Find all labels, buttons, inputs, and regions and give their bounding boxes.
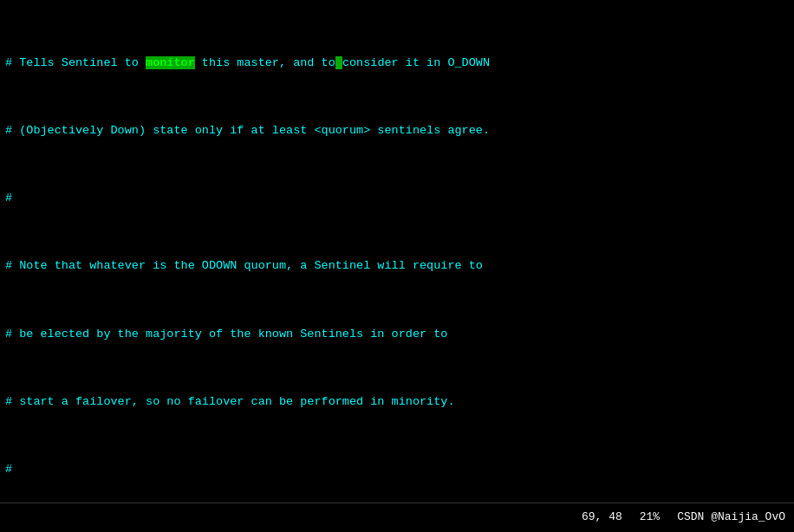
line-6: # start a failover, so no failover can b… <box>5 393 789 411</box>
csdn-brand: CSDN @Naijia_OvO <box>677 509 785 526</box>
scroll-percent: 21% <box>640 509 660 526</box>
line-3: # <box>5 190 789 207</box>
status-bar: 69, 48 21% CSDN @Naijia_OvO <box>0 503 794 532</box>
line-2: # (Objectively Down) state only if at le… <box>5 122 789 139</box>
status-right-area: 69, 48 21% CSDN @Naijia_OvO <box>582 509 785 526</box>
line-4: # Note that whatever is the ODOWN quorum… <box>5 257 789 275</box>
line-5: # be elected by the majority of the know… <box>5 326 789 343</box>
highlight-monitor-1: monitor <box>146 56 195 69</box>
code-editor: # Tells Sentinel to monitor this master,… <box>0 0 794 503</box>
line-7: # <box>5 461 789 478</box>
line-1: # Tells Sentinel to monitor this master,… <box>5 55 789 72</box>
cursor-coords: 69, 48 <box>582 509 622 526</box>
